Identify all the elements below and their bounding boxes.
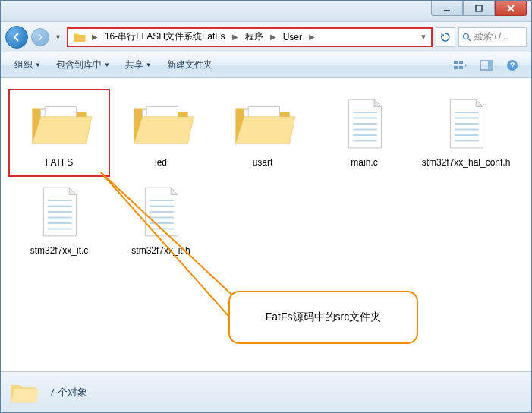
annotation-callout: FatFs源码中的src文件夹 (228, 291, 418, 344)
search-input[interactable]: 搜索 U... (458, 27, 527, 47)
new-folder-button[interactable]: 新建文件夹 (161, 55, 219, 74)
svg-text:?: ? (510, 61, 515, 70)
folder-icon (23, 93, 96, 154)
svg-rect-1 (476, 5, 482, 11)
svg-rect-0 (444, 10, 450, 11)
item-label: FATFS (46, 157, 73, 169)
breadcrumb-dropdown[interactable]: ▼ (417, 33, 430, 41)
file-icon (328, 93, 401, 154)
nav-back-button[interactable] (5, 26, 28, 49)
folder-icon (124, 93, 197, 154)
svg-rect-9 (488, 61, 493, 70)
maximize-button[interactable] (463, 1, 495, 16)
chevron-down-icon: ▼ (104, 61, 110, 68)
refresh-icon (440, 32, 451, 43)
preview-pane-button[interactable] (475, 56, 498, 74)
minimize-button[interactable] (431, 1, 463, 16)
maximize-icon (474, 4, 483, 13)
item-label: main.c (351, 157, 377, 169)
chevron-right-icon: ▶ (307, 33, 317, 41)
file-icon (124, 181, 197, 242)
callout-text: FatFs源码中的src文件夹 (266, 311, 381, 324)
refresh-button[interactable] (436, 27, 455, 47)
nav-history-dropdown[interactable]: ▼ (52, 33, 64, 41)
titlebar (1, 1, 531, 22)
arrow-right-icon (36, 33, 44, 41)
help-button[interactable]: ? (501, 56, 524, 74)
close-icon (506, 4, 515, 13)
folder-icon (226, 93, 299, 154)
chevron-right-icon: ▶ (90, 33, 100, 41)
chevron-down-icon: ▼ (35, 61, 41, 68)
close-button[interactable] (495, 1, 527, 16)
status-text: 7 个对象 (49, 386, 87, 399)
newfolder-label: 新建文件夹 (167, 58, 212, 71)
file-item[interactable]: main.c (313, 89, 415, 177)
item-label: stm32f7xx_hal_conf.h (422, 157, 511, 169)
item-label: stm32f7xx_it.h (131, 245, 190, 257)
file-item[interactable]: stm32f7xx_it.h (110, 177, 212, 265)
folder-item[interactable]: led (110, 89, 212, 177)
svg-point-2 (464, 33, 469, 39)
include-label: 包含到库中 (56, 58, 102, 71)
help-icon: ? (506, 59, 518, 71)
chevron-down-icon: ▼ (146, 61, 152, 68)
chevron-right-icon: ▶ (268, 33, 279, 41)
content-area: FATFSledusartmain.cstm32f7xx_hal_conf.hs… (1, 78, 531, 367)
status-bar: 7 个对象 (1, 371, 531, 412)
toolbar: 组织 ▼ 包含到库中 ▼ 共享 ▼ 新建文件夹 ? (1, 52, 531, 78)
search-icon (462, 33, 471, 42)
search-placeholder: 搜索 U... (474, 30, 508, 43)
item-label: stm32f7xx_it.c (30, 245, 89, 257)
breadcrumb[interactable]: ▶ 16-串行FLASH文件系统FatFs ▶ 程序 ▶ User ▶ ▼ (67, 27, 433, 47)
folder-icon (73, 30, 87, 44)
view-options-button[interactable] (449, 56, 472, 74)
include-menu[interactable]: 包含到库中 ▼ (50, 55, 116, 74)
svg-rect-5 (459, 61, 463, 64)
svg-line-3 (468, 39, 471, 41)
share-label: 共享 (125, 58, 143, 71)
svg-rect-4 (454, 61, 458, 64)
breadcrumb-seg-0[interactable]: 16-串行FLASH文件系统FatFs (100, 29, 230, 46)
item-label: usart (253, 157, 273, 169)
file-item[interactable]: stm32f7xx_it.c (8, 177, 110, 265)
breadcrumb-seg-1[interactable]: 程序 (241, 29, 268, 46)
arrow-left-icon (11, 32, 22, 43)
nav-forward-button[interactable] (31, 28, 49, 46)
view-icon (453, 59, 468, 71)
file-item[interactable]: stm32f7xx_hal_conf.h (415, 89, 517, 177)
svg-rect-7 (459, 66, 463, 69)
minimize-icon (442, 4, 452, 13)
navbar: ▼ ▶ 16-串行FLASH文件系统FatFs ▶ 程序 ▶ User ▶ ▼ … (1, 22, 531, 52)
file-grid: FATFSledusartmain.cstm32f7xx_hal_conf.hs… (8, 89, 524, 264)
folder-icon (8, 377, 39, 408)
share-menu[interactable]: 共享 ▼ (119, 55, 158, 74)
chevron-right-icon: ▶ (230, 33, 241, 41)
organize-menu[interactable]: 组织 ▼ (8, 55, 47, 74)
file-icon (23, 181, 96, 242)
folder-item[interactable]: FATFS (8, 89, 110, 177)
preview-pane-icon (480, 60, 493, 71)
folder-item[interactable]: usart (212, 89, 313, 177)
breadcrumb-seg-2[interactable]: User (279, 29, 307, 46)
item-label: led (155, 157, 167, 169)
svg-rect-6 (454, 66, 458, 69)
file-icon (430, 93, 502, 154)
organize-label: 组织 (14, 58, 33, 71)
